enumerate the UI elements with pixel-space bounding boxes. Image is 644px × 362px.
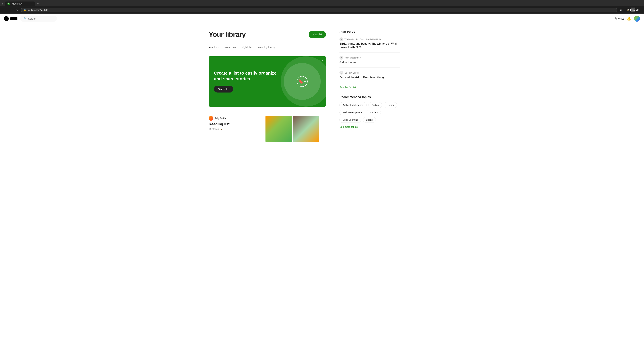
- staff-picks-title: Staff Picks: [340, 30, 400, 34]
- back-btn[interactable]: ←: [3, 7, 8, 12]
- pick-1-title[interactable]: Birds, bugs, and beauty: The winners of …: [340, 42, 400, 49]
- active-browser-tab[interactable]: M Your library ×: [5, 1, 35, 6]
- new-list-button[interactable]: New list: [308, 31, 326, 38]
- pick-3-avatar: Q: [340, 71, 343, 75]
- search-placeholder: Search: [28, 17, 36, 20]
- see-more-topics-link[interactable]: See more topics: [340, 125, 400, 128]
- topic-coding[interactable]: Coding: [368, 102, 382, 108]
- topic-books[interactable]: Books: [363, 117, 376, 123]
- pick-2-title[interactable]: Get in the Van.: [340, 61, 400, 64]
- write-btn[interactable]: ✎ Write: [614, 16, 624, 21]
- nav-actions: ★ ◻ 🕵 Incognito ⋮: [618, 7, 641, 12]
- promo-card: Create a list to easily organize and sha…: [209, 56, 326, 107]
- list-card-images: [266, 116, 319, 142]
- library-tabs: Your lists Saved lists Highlights Readin…: [209, 44, 326, 51]
- top-nav: 🔍 Search ✎ Write 🔔: [0, 13, 644, 24]
- browser-menu-btn[interactable]: ⋮: [636, 7, 641, 12]
- author-avatar: [209, 116, 213, 121]
- search-bar[interactable]: 🔍 Search: [20, 16, 57, 22]
- staff-pick-1: W Wikimedia in Down the Rabbit Hole Bird…: [340, 37, 400, 53]
- pick-1-author: Wikimedia: [344, 38, 354, 40]
- promo-bg-circle: [281, 56, 326, 107]
- bookmark-star-btn[interactable]: ★: [618, 7, 623, 12]
- tab-dropdown-btn[interactable]: ▾: [2, 3, 3, 5]
- staff-picks-section: Staff Picks W Wikimedia in Down the Rabb…: [340, 30, 400, 89]
- page-content: 🔍 Search ✎ Write 🔔 Your library New list…: [0, 13, 644, 362]
- tab-reading-history[interactable]: Reading history: [258, 44, 276, 51]
- reload-btn[interactable]: ↻: [15, 7, 20, 12]
- list-card-info: Fely Smith Reading list 11 stories 🔒: [209, 116, 262, 130]
- topic-web-dev[interactable]: Web Development: [340, 110, 365, 115]
- search-icon: 🔍: [24, 17, 27, 20]
- topic-deep-learning[interactable]: Deep Learning: [340, 117, 361, 123]
- lock-icon: 🔒: [220, 128, 223, 130]
- recommended-topics-section: Recommended topics Artificial Intelligen…: [340, 95, 400, 128]
- list-image-2: [293, 116, 319, 142]
- browser-nav: ← → ↻ 🔒 medium.com/me/lists ★ ◻ 🕵 Incogn…: [0, 6, 644, 13]
- tab-saved-lists[interactable]: Saved lists: [224, 44, 236, 51]
- write-icon: ✎: [614, 16, 617, 21]
- pick-2-pub: J Joan Westenberg: [340, 56, 400, 60]
- user-avatar[interactable]: [634, 15, 640, 22]
- list-image-1: [266, 116, 292, 142]
- incognito-btn[interactable]: 🕵 Incognito: [630, 7, 635, 12]
- browser-tab-bar: ▾ M Your library × +: [0, 0, 644, 6]
- write-label: Write: [618, 17, 624, 20]
- sidebar: Staff Picks W Wikimedia in Down the Rabb…: [340, 24, 400, 153]
- page-header: Your library New list: [209, 30, 326, 38]
- promo-close-btn[interactable]: ×: [322, 59, 323, 62]
- author-name: Fely Smith: [215, 117, 226, 120]
- pick-1-in: in: [356, 38, 358, 40]
- list-card-meta: 11 stories 🔒: [209, 128, 262, 130]
- promo-text: Create a list to easily organize and sha…: [214, 70, 278, 93]
- pick-2-avatar: J: [340, 56, 343, 60]
- pick-1-pub: W Wikimedia in Down the Rabbit Hole: [340, 37, 400, 41]
- tab-your-lists[interactable]: Your lists: [209, 44, 219, 51]
- pick-2-author: Joan Westenberg: [344, 56, 362, 59]
- see-full-list-link[interactable]: See the full list: [340, 86, 400, 89]
- logo-circle: [4, 16, 9, 21]
- topic-ai[interactable]: Artificial Intelligence: [340, 102, 366, 108]
- list-card-author: Fely Smith: [209, 116, 262, 121]
- browser-chrome: ▾ M Your library × + ← → ↻ 🔒 medium.com/…: [0, 0, 644, 13]
- list-card-title[interactable]: Reading list: [209, 122, 262, 126]
- tab-highlights[interactable]: Highlights: [242, 44, 253, 51]
- topics-title: Recommended topics: [340, 95, 400, 99]
- reading-list-card: Fely Smith Reading list 11 stories 🔒 ···: [209, 112, 326, 146]
- staff-pick-2: J Joan Westenberg Get in the Van.: [340, 56, 400, 68]
- stories-count: 11 stories: [209, 128, 219, 130]
- tab-favicon: M: [8, 2, 10, 5]
- address-url: medium.com/me/lists: [28, 9, 48, 11]
- medium-logo[interactable]: [4, 16, 18, 21]
- tab-close-btn[interactable]: ×: [31, 2, 32, 5]
- staff-pick-3: Q Quentin Septer Zen and the Art of Moun…: [340, 71, 400, 82]
- pick-3-author: Quentin Septer: [344, 71, 359, 74]
- address-lock-icon: 🔒: [24, 9, 26, 11]
- main-layout: Your library New list Your lists Saved l…: [204, 24, 440, 153]
- pick-1-avatar: W: [340, 37, 343, 41]
- topics-grid: Artificial Intelligence Coding Humor Web…: [340, 102, 400, 123]
- logo-rect: [10, 17, 18, 20]
- page-title: Your library: [209, 30, 246, 38]
- pick-3-pub: Q Quentin Septer: [340, 71, 400, 75]
- pick-1-publication: Down the Rabbit Hole: [360, 38, 381, 40]
- main-content: Your library New list Your lists Saved l…: [209, 24, 340, 153]
- notification-btn[interactable]: 🔔: [627, 16, 631, 21]
- list-card-more-btn[interactable]: ···: [323, 116, 326, 120]
- topic-society[interactable]: Society: [367, 110, 381, 115]
- topic-humor[interactable]: Humor: [384, 102, 397, 108]
- new-tab-btn[interactable]: +: [36, 1, 40, 6]
- pick-3-title[interactable]: Zen and the Art of Mountain Biking: [340, 76, 400, 79]
- promo-title: Create a list to easily organize and sha…: [214, 70, 278, 82]
- start-list-button[interactable]: Start a list: [214, 86, 233, 92]
- address-bar[interactable]: 🔒 medium.com/me/lists: [21, 8, 617, 12]
- tab-label: Your library: [12, 2, 22, 5]
- forward-btn[interactable]: →: [9, 7, 14, 12]
